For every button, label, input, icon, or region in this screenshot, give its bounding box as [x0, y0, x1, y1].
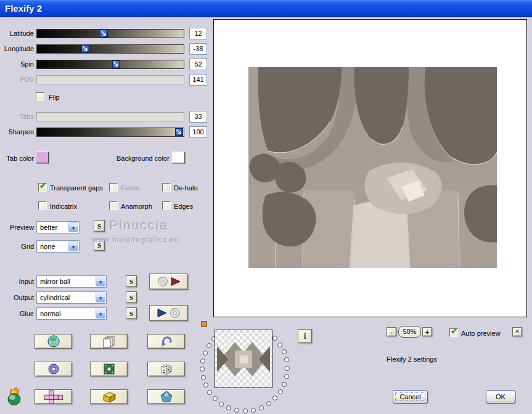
glue-s-button[interactable]: S — [126, 307, 137, 319]
chevron-down-icon[interactable]: ▾ — [96, 293, 105, 302]
spin-slider[interactable] — [36, 60, 184, 69]
dice-icon — [159, 362, 174, 376]
ring-dot — [243, 408, 248, 413]
background-color-swatch[interactable] — [172, 152, 185, 163]
input-dropdown[interactable]: mirror ball ▾ — [36, 275, 107, 288]
check-icon: ✔ — [451, 327, 457, 336]
box-icon — [101, 390, 117, 404]
output-s-button[interactable]: S — [126, 291, 137, 303]
tabs-value[interactable]: 33 — [189, 111, 207, 123]
grid-dropdown[interactable]: none ▾ — [36, 240, 80, 253]
ring-dot — [282, 382, 287, 387]
glue-dropdown-label: Glue — [0, 310, 34, 317]
polyhedron-icon — [160, 390, 173, 404]
export-settings-button[interactable] — [149, 274, 188, 290]
ring-dot — [272, 336, 277, 341]
ring-dot — [234, 408, 239, 413]
ok-button-label: OK — [496, 393, 505, 400]
de-halo-label: De-halo — [174, 184, 198, 192]
output-dropdown-value: cylindrical — [40, 294, 70, 301]
grid-dropdown-label: Grid — [0, 243, 34, 250]
input-dropdown-value: mirror ball — [40, 278, 70, 285]
chevron-down-icon[interactable]: ▾ — [96, 277, 105, 286]
info-button[interactable]: i — [298, 329, 312, 343]
ring-dot — [203, 383, 208, 388]
titlebar[interactable]: Flexify 2 — [0, 0, 532, 17]
chevron-down-icon[interactable]: ▾ — [68, 222, 78, 232]
output-dropdown[interactable]: cylindrical ▾ — [36, 291, 107, 304]
ring-dot — [251, 408, 256, 413]
copy-button[interactable] — [90, 334, 128, 349]
sharpen-value[interactable]: 100 — [189, 126, 207, 138]
ring-dot — [200, 367, 205, 371]
auto-preview-checkbox[interactable]: ✔ — [449, 328, 458, 337]
fov-value[interactable]: 141 — [189, 74, 207, 86]
globe-icon — [47, 335, 60, 348]
zoom-out-button[interactable]: - — [387, 327, 396, 336]
latitude-slider[interactable] — [36, 29, 184, 38]
chevron-down-icon[interactable]: ▾ — [68, 242, 78, 251]
globe-button[interactable] — [35, 334, 72, 349]
longitude-value[interactable]: -38 — [189, 43, 207, 55]
torus-button[interactable] — [35, 362, 72, 376]
sharpen-label: Sharpen — [0, 128, 34, 136]
preview-s-button[interactable]: S — [94, 220, 105, 232]
ok-button[interactable]: OK — [486, 390, 515, 404]
flaming-pear-logo[interactable] — [6, 387, 24, 406]
longitude-slider-handle[interactable] — [81, 45, 89, 53]
spin-label: Spin — [0, 60, 34, 68]
polyhedron-button[interactable] — [147, 389, 185, 404]
edges-checkbox[interactable] — [162, 201, 171, 210]
focus-ring — [395, 392, 425, 401]
faces-label: Faces — [121, 184, 139, 192]
preview-image — [248, 67, 497, 268]
glue-dropdown-value: normal — [40, 310, 61, 317]
thumbnail-marker[interactable] — [201, 321, 207, 327]
frame-button[interactable] — [90, 362, 128, 376]
spin-slider-handle[interactable] — [112, 60, 120, 68]
plus-icon: + — [425, 328, 429, 336]
flip-checkbox[interactable] — [36, 92, 44, 101]
collapse-button[interactable]: ^ — [512, 327, 522, 336]
undo-button[interactable] — [147, 334, 185, 349]
input-s-button[interactable]: S — [126, 275, 137, 287]
anamorph-label: Anamorph — [121, 202, 152, 211]
glue-dropdown[interactable]: normal ▾ — [36, 307, 107, 320]
import-settings-button[interactable] — [149, 305, 188, 321]
tab-color-swatch[interactable] — [36, 152, 49, 163]
ring-dot — [259, 405, 264, 410]
ring-dot — [213, 396, 218, 401]
slider-handle-arrow-icon — [101, 31, 107, 37]
box-button[interactable] — [90, 389, 128, 404]
copy-icon — [102, 335, 116, 348]
sharpen-slider-handle[interactable] — [175, 128, 183, 136]
watermark-name: Pinuccia — [110, 218, 168, 233]
latitude-value[interactable]: 12 — [189, 28, 207, 39]
fov-label: FOV — [0, 76, 34, 83]
grid-dropdown-value: none — [40, 243, 55, 250]
flame-egg-icon — [6, 387, 24, 406]
indicatrix-checkbox[interactable] — [38, 201, 47, 210]
spin-value[interactable]: 52 — [189, 59, 207, 70]
preview-dropdown[interactable]: better ▾ — [36, 221, 80, 233]
chevron-down-icon[interactable]: ▾ — [96, 309, 105, 319]
longitude-slider[interactable] — [36, 44, 184, 54]
thumbnail-preview[interactable] — [215, 330, 272, 388]
preview-canvas[interactable] — [213, 19, 527, 317]
ring-dot — [207, 390, 212, 395]
ring-dot — [278, 389, 283, 394]
anamorph-checkbox[interactable] — [109, 201, 118, 210]
transparent-gaps-checkbox[interactable]: ✔ — [38, 183, 47, 192]
random-button[interactable] — [147, 362, 185, 376]
flip-label: Flip — [49, 93, 60, 102]
caret-up-icon: ^ — [515, 329, 518, 335]
cancel-button[interactable]: Cancel — [393, 390, 428, 404]
sharpen-slider[interactable] — [36, 128, 184, 137]
latitude-slider-handle[interactable] — [100, 30, 108, 38]
unfolded-cube-button[interactable] — [35, 389, 72, 404]
minus-icon: - — [390, 328, 393, 336]
ring-dot — [201, 375, 206, 380]
zoom-in-button[interactable]: + — [422, 327, 432, 336]
de-halo-checkbox[interactable] — [162, 183, 171, 192]
ring-dot — [226, 405, 231, 410]
